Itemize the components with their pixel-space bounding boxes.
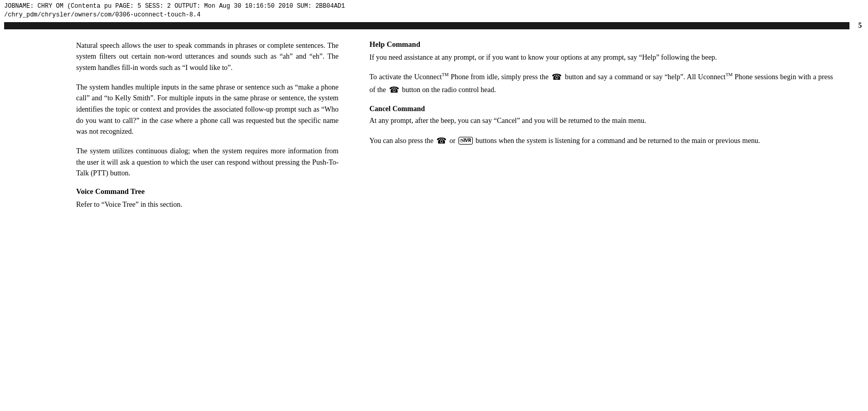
help-para2-text2: Phone from idle, simply press the [451, 73, 548, 81]
help-command-para1: If you need assistance at any prompt, or… [369, 52, 833, 63]
metadata-line1: JOBNAME: CHRY OM (Contenta pu PAGE: 5 SE… [4, 2, 864, 11]
left-para-2: The system handles multiple inputs in th… [76, 82, 339, 137]
page-number: 5 [854, 22, 864, 30]
help-command-heading: Help Command [369, 40, 833, 49]
help-para2-text5: button on the radio control head. [402, 86, 496, 94]
help-command-para2: To activate the UconnectTM Phone from id… [369, 71, 833, 97]
tm-sup-2: TM [725, 72, 733, 77]
left-para-3: The system utilizes continuous dialog; w… [76, 146, 339, 179]
metadata-bar: JOBNAME: CHRY OM (Contenta pu PAGE: 5 SE… [0, 0, 868, 22]
phone-icon-3: ☎ [436, 135, 447, 148]
help-para2-text1: To activate the Uconnect [369, 73, 442, 81]
left-para-1: Natural speech allows the user to speak … [76, 40, 339, 74]
page-wrapper: JOBNAME: CHRY OM (Contenta pu PAGE: 5 SE… [0, 0, 868, 411]
rule-bar-container: 5 [0, 22, 868, 30]
left-column: Natural speech allows the user to speak … [4, 40, 354, 219]
phone-icon-2: ☎ [389, 84, 399, 97]
cancel-command-para2: You can also press the ☎ or ◔ᴤVR buttons… [369, 135, 833, 148]
cancel-command-heading: Cancel Command [369, 105, 833, 113]
cancel-command-para1: At any prompt, after the beep, you can s… [369, 115, 833, 127]
metadata-line2: /chry_pdm/chrysler/owners/com/0306-uconn… [4, 11, 864, 20]
cancel-para2-text1: You can also press the [369, 136, 434, 144]
content-area: Natural speech allows the user to speak … [0, 30, 868, 229]
help-para2-text3: button and say a command or say “help”. … [565, 73, 725, 81]
right-column: Help Command If you need assistance at a… [354, 40, 864, 219]
voice-command-tree-text: Refer to “Voice Tree” in this section. [76, 199, 339, 210]
phone-icon-1: ☎ [552, 71, 562, 84]
voice-command-tree-heading: Voice Command Tree [76, 187, 339, 196]
cancel-para2-or: or [450, 136, 456, 144]
vr-button-icon: ◔ᴤVR [458, 137, 473, 145]
cancel-para2-text3: buttons when the system is listening for… [475, 136, 760, 144]
tm-sup-1: TM [442, 72, 449, 77]
rule-bar [4, 22, 849, 29]
